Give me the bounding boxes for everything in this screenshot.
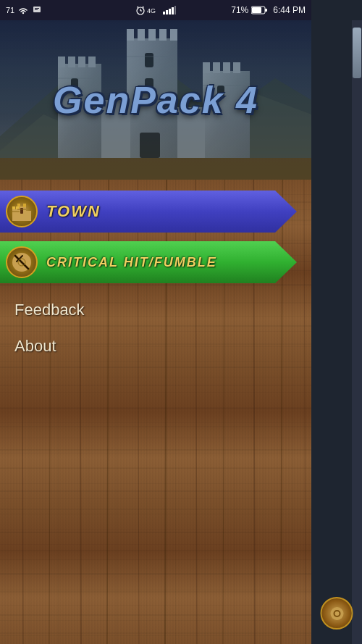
svg-rect-21 — [78, 57, 85, 67]
svg-line-6 — [138, 7, 139, 8]
scrollbar-thumb[interactable] — [353, 28, 361, 78]
battery-icon — [251, 6, 267, 14]
critical-hit-icon — [6, 246, 38, 278]
critical-banner-content: CRITICAL HIT/FUMBLE — [0, 241, 297, 283]
critical-hit-label: CRITICAL HIT/FUMBLE — [46, 255, 217, 270]
app-wrapper: 71 — [0, 0, 362, 644]
svg-rect-2 — [35, 9, 38, 10]
content-panel: 71 — [0, 0, 311, 644]
about-label: About — [14, 337, 56, 355]
status-bar: 71 — [0, 0, 311, 20]
clock: 6:44 PM — [273, 5, 306, 15]
town-menu-item[interactable]: TOWN — [0, 191, 297, 233]
status-center: 4G — [135, 5, 176, 15]
signal-bars-icon — [163, 6, 176, 14]
feedback-menu-item[interactable]: Feedback — [0, 292, 311, 328]
town-banner-content: TOWN — [0, 191, 297, 233]
alarm-icon — [135, 5, 146, 15]
svg-rect-63 — [23, 204, 26, 207]
svg-rect-33 — [170, 29, 177, 41]
menu-items-container: TOWN — [0, 180, 311, 364]
svg-rect-40 — [140, 133, 160, 158]
gear-icon — [327, 603, 347, 624]
svg-line-7 — [143, 7, 144, 8]
battery-level-icon: 71 — [6, 6, 14, 14]
status-right: 71% 6:44 PM — [231, 5, 306, 15]
svg-rect-36 — [145, 53, 153, 67]
data-icon: 4G — [147, 5, 161, 15]
svg-rect-31 — [148, 29, 156, 41]
wifi-icon — [17, 6, 29, 14]
svg-rect-16 — [252, 7, 261, 13]
svg-rect-27 — [233, 62, 240, 73]
svg-rect-15 — [265, 9, 267, 12]
side-panel — [311, 0, 362, 644]
critical-hit-menu-item[interactable]: CRITICAL HIT/FUMBLE — [0, 241, 297, 283]
app-title: GenPack 4 — [53, 78, 258, 122]
svg-rect-11 — [169, 9, 171, 14]
svg-rect-45 — [0, 158, 311, 180]
svg-rect-9 — [163, 12, 165, 14]
scrollbar-track[interactable] — [352, 20, 362, 644]
svg-rect-20 — [68, 57, 75, 67]
svg-text:4G: 4G — [147, 7, 156, 14]
svg-rect-30 — [138, 29, 145, 41]
settings-icon[interactable] — [321, 597, 353, 630]
svg-rect-22 — [88, 57, 96, 67]
svg-rect-13 — [174, 6, 176, 14]
castle-icon — [11, 201, 33, 222]
town-icon — [6, 196, 38, 227]
svg-rect-29 — [127, 29, 134, 41]
svg-rect-24 — [203, 62, 210, 73]
svg-rect-10 — [166, 10, 168, 14]
svg-rect-66 — [16, 206, 19, 209]
menu-area: TOWN — [0, 180, 311, 644]
battery-percent: 71% — [231, 5, 248, 15]
sword-shield-icon — [11, 251, 33, 273]
svg-rect-1 — [35, 8, 39, 9]
feedback-label: Feedback — [14, 301, 85, 319]
svg-rect-65 — [12, 206, 15, 209]
svg-rect-12 — [172, 7, 174, 14]
svg-point-75 — [334, 611, 339, 616]
svg-rect-19 — [58, 57, 65, 67]
notification-icon — [32, 5, 42, 15]
town-label: TOWN — [46, 202, 101, 221]
svg-rect-26 — [223, 62, 230, 73]
about-menu-item[interactable]: About — [0, 328, 311, 364]
svg-rect-64 — [20, 208, 23, 214]
svg-rect-32 — [159, 29, 167, 41]
svg-rect-25 — [213, 62, 220, 73]
app-header: GenPack 4 — [0, 20, 311, 180]
status-left: 71 — [6, 5, 42, 15]
